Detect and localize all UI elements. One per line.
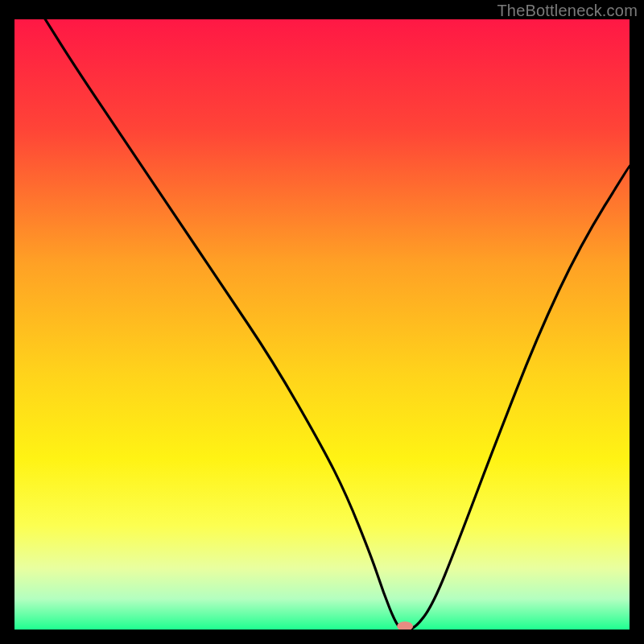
chart-frame: TheBottleneck.com <box>0 0 644 644</box>
watermark-label: TheBottleneck.com <box>497 2 638 20</box>
gradient-background <box>14 19 630 630</box>
plot-area <box>14 19 630 630</box>
bottleneck-chart <box>14 19 630 630</box>
